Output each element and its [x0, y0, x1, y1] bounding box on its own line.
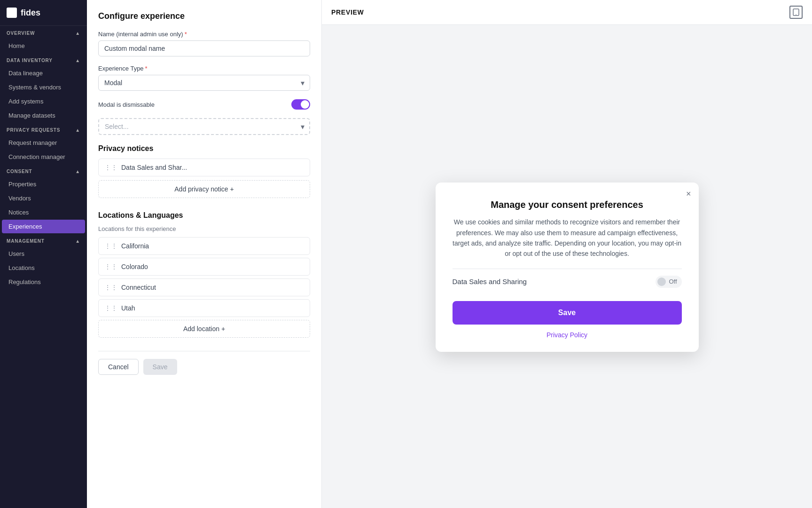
modal-title: Manage your consent preferences — [453, 199, 682, 210]
location-california: ⋮⋮ California — [98, 237, 310, 255]
experience-type-select-wrapper: Modal Banner Overlay ▾ — [98, 75, 310, 91]
sidebar-item-vendors[interactable]: Vendors — [2, 191, 85, 205]
drag-handle-icon[interactable]: ⋮⋮ — [104, 164, 117, 171]
sidebar-section-consent: CONSENT ▲ Properties Vendors Notices Exp… — [0, 164, 87, 234]
sidebar-section-header-management[interactable]: MANAGEMENT ▲ — [0, 234, 87, 246]
notice-item: ⋮⋮ Data Sales and Shar... — [98, 159, 310, 176]
tablet-icon[interactable] — [789, 6, 803, 19]
sidebar-section-header-overview[interactable]: OVERVIEW ▲ — [0, 26, 87, 39]
add-location-button[interactable]: Add location + — [98, 320, 310, 338]
logo-box — [7, 8, 17, 18]
modal-overlay: × Manage your consent preferences We use… — [322, 25, 812, 508]
drag-handle-colorado[interactable]: ⋮⋮ — [104, 263, 117, 270]
name-field-label: Name (internal admin use only) * — [98, 31, 310, 38]
toggle-off-text: Off — [669, 278, 677, 285]
sidebar-item-users[interactable]: Users — [2, 247, 85, 261]
sidebar-section-overview: OVERVIEW ▲ Home — [0, 26, 87, 53]
chevron-up-icon: ▲ — [75, 31, 80, 36]
sidebar-item-data-lineage[interactable]: Data lineage — [2, 66, 85, 80]
chevron-up-icon-2: ▲ — [75, 58, 80, 63]
toggle-off-circle — [657, 278, 666, 286]
bottom-bar: Cancel Save — [98, 351, 310, 375]
main-content: Configure experience Name (internal admi… — [87, 0, 812, 508]
consent-modal: × Manage your consent preferences We use… — [436, 183, 699, 352]
privacy-notices-heading: Privacy notices — [98, 144, 310, 153]
consent-item-data-sales: Data Sales and Sharing Off — [453, 269, 682, 294]
svg-point-1 — [796, 14, 796, 15]
experience-type-select[interactable]: Modal Banner Overlay — [98, 75, 310, 91]
experience-type-label: Experience Type * — [98, 65, 310, 72]
dotted-select-wrapper: Select... ▾ — [98, 118, 310, 135]
sidebar-section-label-consent: CONSENT — [7, 169, 32, 174]
sidebar-section-header-privacy-requests[interactable]: PRIVACY REQUESTS ▲ — [0, 123, 87, 135]
location-utah: ⋮⋮ Utah — [98, 299, 310, 317]
dotted-select[interactable]: Select... — [98, 118, 310, 135]
cancel-button[interactable]: Cancel — [98, 359, 139, 375]
sidebar-item-connection-manager[interactable]: Connection manager — [2, 150, 85, 164]
save-button[interactable]: Save — [143, 359, 177, 375]
modal-description: We use cookies and similar methods to re… — [453, 217, 682, 259]
sidebar-section-label-management: MANAGEMENT — [7, 238, 45, 244]
sidebar-item-request-manager[interactable]: Request manager — [2, 136, 85, 150]
sidebar-item-home[interactable]: Home — [2, 39, 85, 53]
consent-item-label: Data Sales and Sharing — [453, 278, 527, 286]
location-text-connecticut: Connecticut — [121, 284, 156, 291]
sidebar-item-systems-vendors[interactable]: Systems & vendors — [2, 80, 85, 94]
chevron-up-icon-3: ▲ — [75, 127, 80, 133]
sidebar-item-properties[interactable]: Properties — [2, 177, 85, 191]
sidebar-section-privacy-requests: PRIVACY REQUESTS ▲ Request manager Conne… — [0, 123, 87, 164]
drag-handle-utah[interactable]: ⋮⋮ — [104, 304, 117, 312]
drag-handle-connecticut[interactable]: ⋮⋮ — [104, 284, 117, 291]
preview-panel: PREVIEW × Manage your consent preference… — [322, 0, 812, 508]
location-text-colorado: Colorado — [121, 263, 148, 270]
logo: fides — [0, 0, 87, 26]
sidebar-item-manage-datasets[interactable]: Manage datasets — [2, 109, 85, 122]
sidebar-section-data-inventory: DATA INVENTORY ▲ Data lineage Systems & … — [0, 53, 87, 123]
privacy-policy-link[interactable]: Privacy Policy — [453, 331, 682, 339]
sidebar-item-regulations[interactable]: Regulations — [2, 275, 85, 289]
locations-for-label: Locations for this experience — [98, 225, 310, 232]
notice-text: Data Sales and Shar... — [121, 164, 187, 171]
sidebar-section-label-data-inventory: DATA INVENTORY — [7, 58, 53, 63]
modal-dismissable-toggle[interactable] — [291, 99, 310, 110]
sidebar-section-label-privacy-requests: PRIVACY REQUESTS — [7, 127, 60, 133]
locations-heading: Locations & Languages — [98, 211, 310, 220]
sidebar-section-header-data-inventory[interactable]: DATA INVENTORY ▲ — [0, 53, 87, 66]
name-input[interactable] — [98, 40, 310, 56]
location-connecticut: ⋮⋮ Connecticut — [98, 278, 310, 296]
sidebar: fides OVERVIEW ▲ Home DATA INVENTORY ▲ D… — [0, 0, 87, 508]
location-text-utah: Utah — [121, 304, 135, 312]
chevron-up-icon-5: ▲ — [75, 238, 80, 244]
modal-dismissable-label: Modal is dismissable — [98, 101, 155, 108]
sidebar-item-locations[interactable]: Locations — [2, 261, 85, 275]
drag-handle-california[interactable]: ⋮⋮ — [104, 242, 117, 250]
configure-heading: Configure experience — [98, 11, 310, 21]
add-privacy-notice-button[interactable]: Add privacy notice + — [98, 180, 310, 198]
sidebar-item-experiences[interactable]: Experiences — [2, 220, 85, 233]
preview-area: × Manage your consent preferences We use… — [322, 25, 812, 508]
preview-header: PREVIEW — [322, 0, 812, 25]
configure-panel: Configure experience Name (internal admi… — [87, 0, 322, 508]
consent-toggle-off[interactable]: Off — [656, 276, 681, 288]
sidebar-item-add-systems[interactable]: Add systems — [2, 95, 85, 108]
sidebar-section-header-consent[interactable]: CONSENT ▲ — [0, 164, 87, 177]
location-colorado: ⋮⋮ Colorado — [98, 258, 310, 276]
chevron-up-icon-4: ▲ — [75, 169, 80, 174]
modal-save-button[interactable]: Save — [453, 301, 682, 325]
sidebar-section-management: MANAGEMENT ▲ Users Locations Regulations — [0, 234, 87, 289]
required-star: * — [185, 31, 187, 38]
logo-text: fides — [21, 8, 40, 18]
modal-dismissable-row: Modal is dismissable — [98, 99, 310, 110]
required-star-2: * — [145, 65, 148, 72]
preview-title: PREVIEW — [331, 8, 364, 16]
modal-close-button[interactable]: × — [686, 189, 691, 199]
location-text-california: California — [121, 242, 149, 250]
sidebar-section-label-overview: OVERVIEW — [7, 31, 35, 36]
toggle-knob — [301, 100, 309, 109]
sidebar-item-notices[interactable]: Notices — [2, 206, 85, 219]
